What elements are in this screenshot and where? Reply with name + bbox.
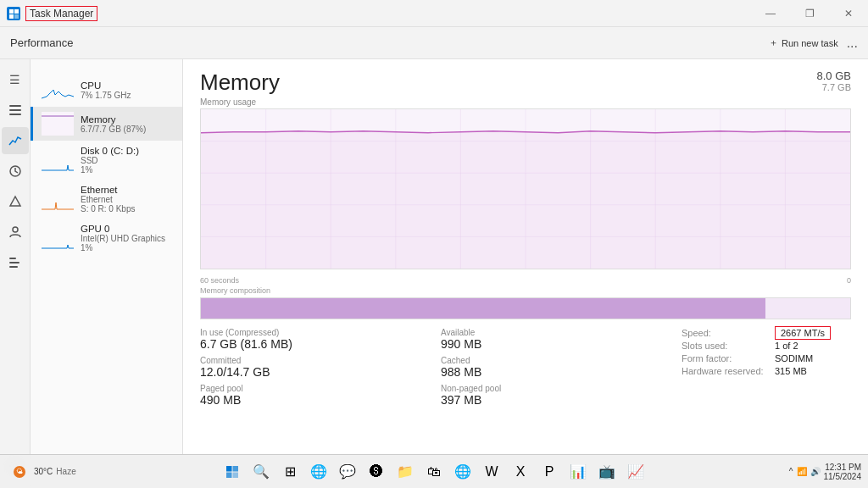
stat-cached-label: Cached (441, 356, 665, 365)
stat-nonpaged-label: Non-paged pool (441, 384, 665, 393)
nav-app-history[interactable] (2, 158, 29, 185)
composition-label: Memory composition (200, 286, 851, 295)
sidebar-item-gpu[interactable]: GPU 0 Intel(R) UHD Graphics1% (31, 219, 182, 258)
composition-bar (200, 297, 851, 319)
sidebar-item-disk[interactable]: Disk 0 (C: D:) SSD1% (31, 141, 182, 180)
gpu-sub: Intel(R) UHD Graphics1% (81, 234, 174, 252)
taskbar-left: 🌤 30°C Haze (7, 459, 76, 485)
more-options-button[interactable]: ... (847, 36, 858, 51)
memory-chart (200, 108, 851, 269)
cpu-name: CPU (81, 80, 174, 91)
maximize-button[interactable]: ❐ (790, 0, 829, 27)
system-tray: ^ (789, 467, 793, 476)
page-subtitle: Memory usage (200, 97, 280, 107)
title-bar-left: Task Manager (7, 6, 97, 21)
stat-paged: Paged pool 490 MB (200, 384, 424, 407)
cpu-sub: 7% 1.75 GHz (81, 91, 174, 100)
svg-rect-0 (9, 9, 14, 14)
taskbar-widgets[interactable]: 🌐 (306, 459, 331, 485)
page-title: Memory (200, 69, 280, 96)
svg-marker-8 (10, 197, 20, 206)
svg-rect-5 (9, 109, 21, 111)
stat-cached-value: 988 MB (441, 365, 665, 379)
svg-rect-10 (9, 258, 16, 259)
taskbar-center: 🔍 ⊞ 🌐 💬 🅢 📁 🛍 🌐 W X P 📊 📺 📈 (220, 459, 648, 485)
ethernet-item-info: Ethernet EthernetS: 0 R: 0 Kbps (81, 185, 174, 214)
used-memory: 7.7 GB (817, 82, 851, 92)
main-content: Memory Memory usage 8.0 GB 7.7 GB (183, 59, 868, 486)
nav-startup[interactable] (2, 188, 29, 215)
taskbar-files[interactable]: 📁 (392, 459, 418, 485)
taskbar-start[interactable] (220, 459, 245, 485)
sidebar-item-memory[interactable]: Memory 6.7/7.7 GB (87%) (31, 107, 182, 141)
stats-area: In use (Compressed) 6.7 GB (81.6 MB) Ava… (200, 328, 851, 407)
disk-name: Disk 0 (C: D:) (81, 146, 174, 156)
volume-icon[interactable]: 🔊 (810, 467, 821, 476)
chart-labels: 60 seconds 0 (200, 274, 851, 286)
svg-rect-12 (9, 266, 18, 268)
svg-rect-4 (9, 105, 21, 107)
nav-details[interactable] (2, 249, 29, 276)
network-icon[interactable]: 📶 (797, 467, 807, 476)
svg-rect-30 (226, 466, 232, 472)
speed-value: 2667 MT/s (775, 328, 831, 338)
speed-row: Speed: 2667 MT/s (682, 328, 851, 338)
svg-marker-29 (201, 131, 850, 269)
disk-mini-chart (42, 148, 74, 172)
sidebar-item-cpu[interactable]: CPU 7% 1.75 GHz (31, 73, 182, 107)
stat-nonpaged: Non-paged pool 397 MB (441, 384, 665, 407)
stat-paged-value: 490 MB (200, 393, 424, 407)
taskbar-extra2[interactable]: 📺 (594, 459, 620, 485)
title-bar: Task Manager — ❐ ✕ (0, 0, 868, 27)
taskbar-word[interactable]: W (479, 459, 504, 485)
memory-item-info: Memory 6.7/7.7 GB (87%) (81, 114, 174, 134)
close-button[interactable]: ✕ (829, 0, 868, 27)
stat-committed: Committed 12.0/14.7 GB (200, 356, 424, 379)
cpu-item-info: CPU 7% 1.75 GHz (81, 80, 174, 100)
app-body: ☰ CPU 7% (0, 59, 868, 486)
taskbar-skype[interactable]: 🅢 (364, 459, 389, 485)
taskbar-search[interactable]: 🔍 (248, 459, 274, 485)
sidebar-header (31, 59, 182, 73)
chart-label-left: 60 seconds (200, 276, 239, 285)
svg-rect-2 (14, 9, 19, 14)
taskbar-powerpoint[interactable]: P (537, 459, 562, 485)
icon-rail: ☰ (0, 59, 31, 486)
svg-rect-32 (226, 472, 232, 478)
ethernet-mini-chart (42, 187, 74, 211)
comp-used-segment (201, 298, 765, 319)
taskbar-task-view[interactable]: ⊞ (277, 459, 303, 485)
stat-committed-label: Committed (200, 356, 424, 365)
minimize-button[interactable]: — (751, 0, 790, 27)
taskbar-extra1[interactable]: 📊 (565, 459, 591, 485)
sidebar-item-ethernet[interactable]: Ethernet EthernetS: 0 R: 0 Kbps (31, 180, 182, 219)
stat-in-use-value: 6.7 GB (81.6 MB) (200, 337, 424, 351)
taskbar-weather[interactable]: 🌤 (7, 459, 32, 485)
stat-cached: Cached 988 MB (441, 356, 665, 379)
taskbar-excel[interactable]: X (508, 459, 533, 485)
slots-value: 1 of 2 (775, 341, 798, 351)
nav-performance[interactable] (2, 127, 29, 154)
taskbar-store[interactable]: 🛍 (421, 459, 447, 485)
taskbar: 🌤 30°C Haze 🔍 ⊞ 🌐 💬 🅢 📁 🛍 🌐 W X P 📊 📺 📈 … (0, 454, 868, 488)
app-icon (7, 7, 20, 20)
form-factor-label: Form factor: (682, 353, 775, 363)
nav-processes[interactable] (2, 97, 29, 124)
clock[interactable]: 12:31 PM 11/5/2024 (824, 463, 862, 481)
run-new-task-button[interactable]: ＋ Run new task (769, 36, 838, 49)
nav-users[interactable] (2, 219, 29, 246)
right-stats: Speed: 2667 MT/s Slots used: 1 of 2 Form… (682, 328, 851, 407)
svg-rect-11 (9, 262, 19, 263)
svg-rect-6 (9, 114, 21, 115)
gpu-name: GPU 0 (81, 224, 174, 234)
stats-grid: In use (Compressed) 6.7 GB (81.6 MB) Ava… (200, 328, 665, 407)
taskbar-chat[interactable]: 💬 (335, 459, 360, 485)
hw-reserved-label: Hardware reserved: (682, 366, 775, 376)
gpu-mini-chart (42, 226, 74, 250)
taskbar-chrome[interactable]: 🌐 (450, 459, 476, 485)
main-right-info: 8.0 GB 7.7 GB (817, 69, 851, 92)
svg-rect-33 (233, 472, 239, 478)
taskbar-task-manager-pinned[interactable]: 📈 (623, 459, 648, 485)
nav-hamburger[interactable]: ☰ (2, 66, 29, 93)
left-stats: In use (Compressed) 6.7 GB (81.6 MB) Ava… (200, 328, 665, 407)
